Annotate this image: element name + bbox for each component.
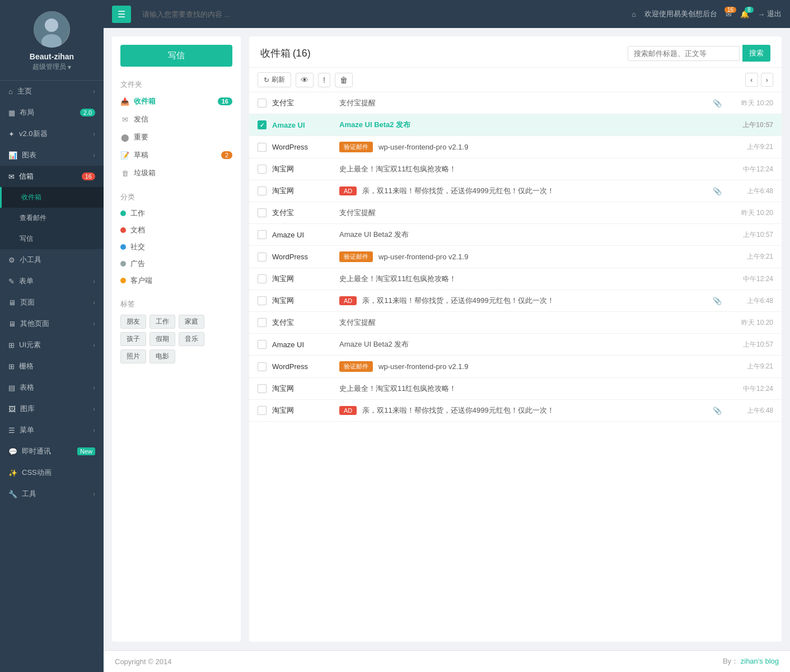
tag-vacation[interactable]: 假期 [149, 332, 175, 346]
sidebar-item-write[interactable]: 写信 [0, 228, 104, 249]
email-row[interactable]: 淘宝网AD亲，双11来啦！帮你找货，还送你4999元红包！仅此一次！📎上午6:4… [249, 400, 782, 422]
sidebar-item-tools[interactable]: 🔧 工具 › [0, 483, 104, 505]
tag-family[interactable]: 家庭 [179, 315, 204, 329]
menu-icon: ☰ [8, 426, 15, 435]
email-checkbox[interactable] [258, 296, 267, 305]
email-prev-button[interactable]: ‹ [745, 73, 758, 87]
sidebar-item-gallery[interactable]: 🖼 图库 › [0, 398, 104, 419]
folder-important[interactable]: ⬤ 重要 [120, 128, 232, 146]
email-row[interactable]: 淘宝网史上最全！淘宝双11红包疯抢攻略！中午12:24 [249, 378, 782, 400]
bell-badge: 8 [745, 7, 754, 13]
email-sender: Amaze UI [272, 340, 334, 349]
sidebar-item-v20[interactable]: ✦ v2.0新器 › [0, 123, 104, 144]
inbox-icon: 📥 [120, 97, 129, 106]
email-checkbox[interactable] [258, 274, 267, 283]
folder-inbox[interactable]: 📥 收件箱 16 [120, 92, 232, 110]
folder-section-title: 文件夹 [120, 75, 232, 92]
delete-icon: 🗑 [340, 76, 348, 85]
sidebar-item-mailbox[interactable]: ✉ 信箱 16 [0, 166, 104, 187]
email-row[interactable]: 淘宝网史上最全！淘宝双11红包疯抢攻略！中午12:24 [249, 268, 782, 290]
sidebar-item-table[interactable]: ▤ 表格 › [0, 377, 104, 398]
category-ads[interactable]: 广告 [120, 255, 232, 272]
email-search-input[interactable] [628, 46, 740, 61]
email-row[interactable]: Amaze UIAmaze UI Beta2 发布上午10:57 [249, 334, 782, 356]
email-checkbox[interactable] [258, 186, 267, 195]
email-row[interactable]: 淘宝网史上最全！淘宝双11红包疯抢攻略！中午12:24 [249, 158, 782, 180]
sidebar-item-im[interactable]: 💬 即时通讯 New [0, 441, 104, 462]
email-row[interactable]: 淘宝网AD亲，双11来啦！帮你找货，还送你4999元红包！仅此一次！📎上午6:4… [249, 180, 782, 202]
topbar-bell-icon[interactable]: 🔔 8 [740, 10, 749, 18]
blog-link[interactable]: zihan's blog [741, 657, 779, 665]
folder-sent[interactable]: ✉ 发信 [120, 110, 232, 128]
sidebar-item-ui[interactable]: ⊞ UI元素 › [0, 334, 104, 356]
layout-badge: 2.0 [80, 109, 95, 116]
tag-kids[interactable]: 孩子 [120, 332, 146, 346]
email-row[interactable]: WordPress验证邮件wp-user-frontend-pro v2.1.9… [249, 136, 782, 158]
email-time: 昨天 10:20 [728, 208, 773, 218]
sidebar-item-grid[interactable]: ⊞ 栅格 [0, 356, 104, 377]
topbar-search-input[interactable] [139, 7, 363, 21]
sidebar-item-form[interactable]: ✎ 表单 › [0, 270, 104, 292]
email-search-button[interactable]: 搜索 [742, 45, 770, 62]
email-checkbox[interactable] [258, 143, 267, 152]
sidebar-item-menu[interactable]: ☰ 菜单 › [0, 419, 104, 441]
sidebar-item-chart[interactable]: 📊 图表 › [0, 144, 104, 166]
email-row[interactable]: 支付宝支付宝提醒昨天 10:20 [249, 312, 782, 334]
sidebar-item-home[interactable]: ⌂ 主页 › [0, 81, 104, 102]
email-row[interactable]: WordPress验证邮件wp-user-frontend-pro v2.1.9… [249, 246, 782, 268]
email-checkbox[interactable] [258, 340, 267, 349]
sidebar-item-other-page[interactable]: 🖥 其他页面 › [0, 313, 104, 334]
email-checkbox[interactable] [258, 406, 267, 415]
category-docs[interactable]: 文档 [120, 222, 232, 239]
email-checkbox[interactable] [258, 384, 267, 393]
tag-friends[interactable]: 朋友 [120, 315, 146, 329]
email-row[interactable]: ✓Amaze UIAmaze UI Beta2 发布上午10:57 [249, 114, 782, 136]
tag-photos[interactable]: 照片 [120, 349, 146, 363]
folder-draft[interactable]: 📝 草稿 2 [120, 146, 232, 164]
category-work[interactable]: 工作 [120, 205, 232, 222]
email-row[interactable]: Amaze UIAmaze UI Beta2 发布上午10:57 [249, 224, 782, 246]
eye-button[interactable]: 👁 [296, 73, 314, 87]
email-next-button[interactable]: › [761, 73, 773, 87]
logout-button[interactable]: → 退出 [758, 9, 782, 19]
user-role[interactable]: 超级管理员 ▾ [32, 62, 71, 72]
tag-movies[interactable]: 电影 [149, 349, 175, 363]
email-subject: 史上最全！淘宝双11红包疯抢攻略！ [339, 164, 706, 174]
folder-trash[interactable]: 🗑 垃圾箱 [120, 164, 232, 182]
email-checkbox[interactable] [258, 230, 267, 239]
mail-badge: 16 [724, 7, 736, 13]
sidebar-item-view-attach[interactable]: 查看邮件 [0, 208, 104, 228]
email-checkbox[interactable] [258, 318, 267, 327]
sidebar-item-css[interactable]: ✨ CSS动画 [0, 462, 104, 483]
email-row[interactable]: 支付宝支付宝提醒昨天 10:20 [249, 202, 782, 224]
sidebar-item-widget[interactable]: ⚙ 小工具 [0, 249, 104, 270]
email-checkbox[interactable] [258, 165, 267, 174]
email-checkbox[interactable]: ✓ [258, 120, 267, 129]
email-checkbox[interactable] [258, 253, 267, 262]
email-checkbox[interactable] [258, 362, 267, 371]
email-time: 昨天 10:20 [728, 99, 773, 108]
email-subject: 亲，双11来啦！帮你找货，还送你4999元红包！仅此一次！ [362, 405, 706, 416]
email-row[interactable]: 支付宝支付宝提醒📎昨天 10:20 [249, 92, 782, 114]
category-client[interactable]: 客户端 [120, 272, 232, 289]
email-row[interactable]: 淘宝网AD亲，双11来啦！帮你找货，还送你4999元红包！仅此一次！📎上午6:4… [249, 290, 782, 312]
menu-toggle-button[interactable]: ☰ [112, 6, 131, 23]
email-row[interactable]: WordPress验证邮件wp-user-frontend-pro v2.1.9… [249, 356, 782, 378]
email-subject: Amaze UI Beta2 发布 [339, 120, 706, 130]
sidebar-item-page[interactable]: 🖥 页面 › [0, 292, 104, 313]
exclaim-button[interactable]: ! [318, 73, 330, 87]
tag-music[interactable]: 音乐 [179, 332, 204, 346]
sidebar-item-inbox[interactable]: 收件箱 [0, 187, 104, 208]
sidebar-item-layout[interactable]: ▦ 布局 2.0 [0, 102, 104, 123]
category-social[interactable]: 社交 [120, 239, 232, 255]
email-time: 中午12:24 [728, 165, 773, 174]
email-checkbox[interactable] [258, 99, 267, 108]
tag-work[interactable]: 工作 [149, 315, 175, 329]
topbar-mail-icon[interactable]: ✉ 16 [726, 10, 732, 18]
copyright-label: Copyright [115, 657, 146, 666]
email-checkbox[interactable] [258, 208, 267, 217]
email-sender: 淘宝网 [272, 164, 334, 174]
refresh-button[interactable]: ↻ 刷新 [258, 72, 291, 87]
write-email-button[interactable]: 写信 [120, 45, 232, 67]
delete-toolbar-button[interactable]: 🗑 [335, 73, 353, 87]
